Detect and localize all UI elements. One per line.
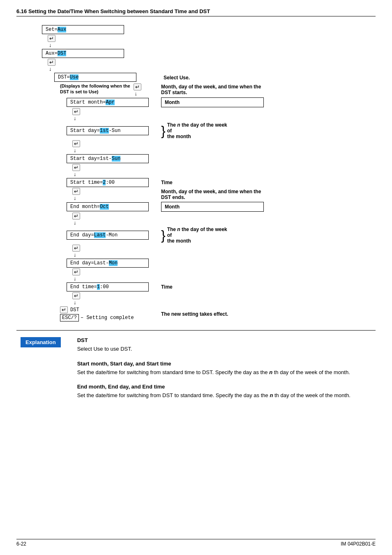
diagram-table: Set=Aux ↵ ↓	[41, 25, 269, 322]
end-day1-label: End day=	[70, 232, 94, 238]
enter-icon-1: ↵	[48, 35, 55, 42]
start-day1-label: Start day=	[70, 128, 100, 134]
start-day1-dash: -Sun	[109, 128, 121, 134]
enter-icon-7: ↵	[72, 188, 80, 195]
enter-icon-final: ↵	[60, 306, 68, 313]
new-setting-label: The new setting takes effect.	[161, 311, 228, 317]
start-day2-box: Start day=1st-Sun	[67, 154, 149, 163]
end-time-label: End time=	[70, 284, 97, 290]
select-use-label: Select Use.	[164, 75, 190, 81]
exp-dst-text: Select Use to use DST.	[77, 345, 350, 353]
aux-value: Aux	[58, 27, 67, 32]
final-enter-row: ↵ DST	[60, 306, 159, 313]
exp-start-title: Start month, Start day, and Start time	[77, 361, 350, 367]
time-start-annotation: Time	[161, 180, 268, 185]
end-annotation-box: Month	[161, 202, 264, 212]
dst-note2: DST is set to Use)	[60, 89, 130, 94]
dst-use-box: DST=Use	[54, 73, 136, 82]
down-arrow-11: ↓	[74, 299, 76, 305]
start-month-label: Start month=	[70, 99, 106, 105]
start-month-box: Start month=Apr	[67, 98, 149, 107]
start-time-label: Start time=	[70, 180, 103, 185]
footer: 6-22 IM 04P02B01-E	[16, 539, 376, 547]
dst-starts-bold: Month, day of the week, and time when th…	[161, 84, 261, 95]
footer-right: IM 04P02B01-E	[341, 541, 376, 547]
aux-label: Aux=	[46, 51, 58, 56]
setting-complete: – Setting complete	[81, 315, 134, 321]
dst-ends-annotation: Month, day of the week, and time when th…	[161, 189, 268, 200]
down-arrow-4: ↓	[74, 115, 76, 121]
end-time-suffix: :00	[100, 284, 109, 290]
end-month-value: Oct	[100, 204, 109, 210]
start-day2-value: Sun	[112, 156, 121, 162]
diagram-area: Set=Aux ↵ ↓	[41, 25, 376, 322]
time-end-annotation: Time	[161, 284, 268, 290]
esc-box: ESC/?	[60, 314, 79, 321]
exp-start-block: Start month, Start day, and Start time S…	[77, 361, 350, 377]
exp-end-block: End month, End day, and End time Set the…	[77, 384, 350, 400]
exp-end-text: Set the date/time for switching from DST…	[77, 391, 350, 400]
exp-dst-title: DST	[77, 337, 350, 343]
end-day1-n: Last	[94, 232, 106, 238]
dst-ends-bold: Month, day of the week, and time when th…	[161, 189, 261, 200]
final-dst-label: DST	[70, 307, 79, 313]
down-arrow-6: ↓	[74, 171, 76, 177]
n-day-start-label: The n the day of the week ofthe month	[167, 122, 233, 139]
end-day1-dash: -Mon	[106, 232, 118, 238]
brace-n-day-start: } The n the day of the week ofthe month	[161, 122, 268, 139]
enter-icon-3: ↵	[134, 83, 141, 90]
page: 6.16 Setting the Date/Time When Switchin…	[0, 0, 392, 423]
explanation-section: Explanation DST Select Use to use DST. S…	[16, 330, 376, 407]
down-arrow-1: ↓	[49, 42, 52, 48]
exp-start-text: Set the date/time for switching from sta…	[77, 368, 350, 377]
enter-icon-5: ↵	[72, 140, 80, 147]
dst-starts-annotation: Month, day of the week, and time when th…	[161, 84, 264, 95]
start-day1-box: Start day=1st-Sun	[67, 126, 149, 135]
start-day1-n: 1st	[100, 128, 109, 134]
enter-icon-6: ↵	[72, 164, 80, 171]
brace-end: }	[161, 229, 166, 242]
month-end-box-title: Month	[165, 204, 260, 210]
end-time-value: 1	[97, 284, 100, 290]
down-arrow-9: ↓	[74, 252, 76, 258]
start-annotation-box: Month	[161, 97, 264, 107]
end-time-box: End time=1:00	[67, 282, 149, 291]
end-month-box: End month=Oct	[67, 202, 149, 211]
end-day2-value: Mon	[109, 260, 118, 266]
down-arrow-10: ↓	[74, 275, 76, 282]
start-time-box: Start time=2:00	[67, 178, 149, 187]
dst-label: DST=	[58, 74, 70, 80]
enter-icon-9: ↵	[72, 245, 80, 252]
enter-icon-4: ↵	[72, 108, 80, 115]
down-arrow-5: ↓	[74, 147, 76, 153]
dst-note: (Displays the following when the	[60, 83, 130, 88]
down-arrow-2: ↓	[49, 66, 52, 72]
enter-icon-8: ↵	[72, 213, 80, 220]
section-title: 6.16 Setting the Date/Time When Switchin…	[16, 8, 376, 16]
end-month-label: End month=	[70, 204, 100, 210]
use-value: Use	[70, 74, 79, 80]
month-box-title: Month	[165, 99, 260, 105]
set-aux-box: Set=Aux	[42, 25, 124, 34]
aux-dst-box: Aux=DST	[42, 49, 124, 58]
enter-icon-11: ↵	[72, 292, 80, 299]
footer-left: 6-22	[16, 541, 26, 547]
enter-icon-2: ↵	[48, 59, 55, 66]
start-month-value: Apr	[106, 99, 115, 105]
down-arrow-8: ↓	[74, 220, 76, 226]
exp-dst-block: DST Select Use to use DST.	[77, 337, 350, 353]
end-day1-box: End day=Last-Mon	[67, 231, 149, 240]
set-aux-row: Set=Aux	[41, 25, 160, 35]
explanation-header: Explanation	[21, 337, 61, 347]
start-time-suffix: :00	[106, 180, 115, 185]
dst-value: DST	[58, 51, 67, 56]
final-complete-row: ESC/? – Setting complete	[60, 314, 159, 321]
down-arrow-7: ↓	[74, 195, 76, 201]
n-day-end-label: The n the day of the week ofthe month	[167, 227, 233, 244]
exp-end-title: End month, End day, and End time	[77, 384, 350, 390]
enter-icon-10: ↵	[72, 268, 80, 275]
start-day2-label: Start day=1st-	[70, 156, 112, 162]
end-day2-label: End day=Last-	[70, 260, 109, 266]
set-label: Set=	[46, 27, 58, 32]
down-arrow-3: ↓	[135, 90, 138, 97]
